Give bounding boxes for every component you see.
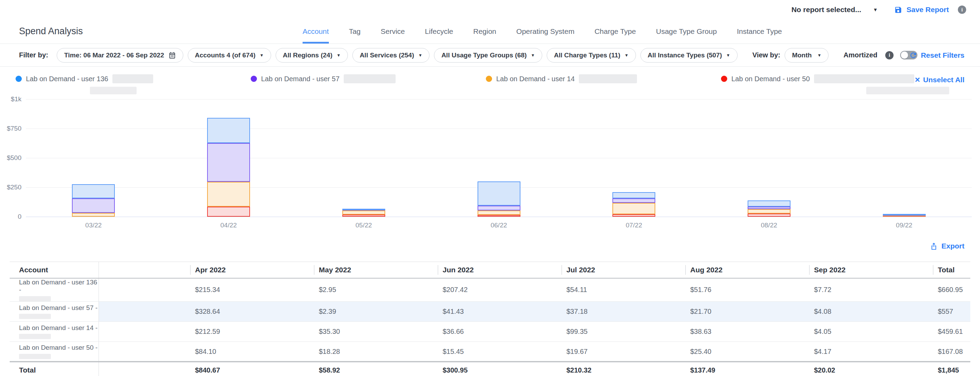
- unselect-all-button[interactable]: ✕ Unselect All: [915, 76, 964, 84]
- x-axis-tick-label: 06/22: [471, 222, 527, 229]
- filter-pill-all-services[interactable]: All Services (254)▼: [352, 48, 430, 63]
- tab-tag[interactable]: Tag: [349, 27, 361, 44]
- report-selector-value: No report selected...: [792, 6, 861, 14]
- y-axis-tick-label: 0: [0, 213, 21, 221]
- filter-pill-all-usage-type-groups[interactable]: All Usage Type Groups (68)▼: [434, 48, 542, 63]
- bar-segment-03-22-lab-on-demand-user-14[interactable]: [72, 213, 115, 217]
- filter-pill-all-instance-types[interactable]: All Instance Types (507)▼: [640, 48, 738, 63]
- redacted-text: [579, 74, 637, 83]
- view-by-label: View by:: [752, 51, 781, 59]
- filter-pill-accounts-4[interactable]: Accounts 4 (of 674)▼: [188, 48, 271, 63]
- column-header-jul-2022: Jul 2022: [562, 262, 686, 278]
- bar-segment-03-22-lab-on-demand-user-136[interactable]: [72, 184, 115, 198]
- info-icon[interactable]: i: [958, 6, 966, 14]
- x-axis-tick-label: 04/22: [201, 222, 256, 229]
- value-cell: $4.08: [809, 302, 933, 322]
- amortized-label: Amortized: [843, 51, 877, 59]
- report-selector-dropdown[interactable]: No report selected... ▼: [792, 6, 878, 14]
- value-cell: $19.67: [562, 342, 686, 362]
- value-cell: $21.70: [686, 302, 809, 322]
- value-cell: $660.95: [933, 278, 970, 302]
- total-value-cell: $840.67: [190, 362, 314, 376]
- bar-segment-07-22-lab-on-demand-user-50[interactable]: [612, 214, 655, 217]
- bar-segment-06-22-lab-on-demand-user-136[interactable]: [477, 181, 520, 206]
- bar-segment-04-22-lab-on-demand-user-136[interactable]: [207, 118, 250, 143]
- filter-pill-all-charge-types[interactable]: All Charge Types (11)▼: [547, 48, 636, 63]
- pill-label: Time: 06 Mar 2022 - 06 Sep 2022: [64, 51, 164, 59]
- redacted-text: [19, 314, 51, 319]
- tab-charge-type[interactable]: Charge Type: [595, 27, 636, 44]
- tab-account[interactable]: Account: [302, 27, 329, 44]
- save-icon: [894, 6, 902, 14]
- bar-segment-07-22-lab-on-demand-user-14[interactable]: [612, 203, 655, 214]
- legend-item-lab-on-demand-user-57[interactable]: Lab on Demand - user 57: [251, 74, 396, 83]
- gridline-1000: [26, 99, 972, 100]
- bar-segment-08-22-lab-on-demand-user-14[interactable]: [748, 209, 791, 214]
- column-header-total: Total: [933, 262, 970, 278]
- tab-lifecycle[interactable]: Lifecycle: [425, 27, 453, 44]
- tab-region[interactable]: Region: [473, 27, 496, 44]
- bar-segment-08-22-lab-on-demand-user-57[interactable]: [748, 207, 791, 209]
- bar-segment-08-22-lab-on-demand-user-50[interactable]: [748, 214, 791, 217]
- bar-segment-03-22-lab-on-demand-user-57[interactable]: [72, 198, 115, 213]
- bar-segment-06-22-lab-on-demand-user-57[interactable]: [477, 206, 520, 211]
- bar-segment-05-22-lab-on-demand-user-136[interactable]: [342, 209, 385, 210]
- legend-item-lab-on-demand-user-50[interactable]: Lab on Demand - user 50: [721, 74, 914, 83]
- redacted-text: [814, 74, 914, 83]
- bar-segment-06-22-lab-on-demand-user-14[interactable]: [477, 211, 520, 214]
- bar-segment-08-22-lab-on-demand-user-136[interactable]: [748, 200, 791, 207]
- x-axis-tick-label: 05/22: [336, 222, 391, 229]
- pill-label: All Regions (24): [283, 51, 332, 59]
- table-header: AccountApr 2022May 2022Jun 2022Jul 2022A…: [10, 262, 970, 278]
- x-axis-tick-label: 08/22: [741, 222, 797, 229]
- value-cell: $18.28: [314, 342, 438, 362]
- filter-pill-time-06-mar-2022-06-sep-2022[interactable]: Time: 06 Mar 2022 - 06 Sep 2022: [57, 48, 183, 63]
- legend-label: Lab on Demand - user 50: [731, 75, 810, 83]
- title-tab-bar: Spend Analysis AccountTagServiceLifecycl…: [0, 19, 980, 44]
- chevron-down-icon: ▼: [726, 53, 730, 58]
- total-value-cell: $210.32: [562, 362, 686, 376]
- save-report-label: Save Report: [906, 6, 949, 14]
- account-cell: Lab on Demand - user 57 -: [10, 302, 99, 322]
- reset-filters-label: Reset Filters: [921, 51, 964, 59]
- legend-dot-icon: [251, 76, 257, 82]
- value-cell: $4.05: [809, 322, 933, 342]
- value-cell: $54.11: [562, 278, 686, 302]
- value-cell: $207.42: [438, 278, 562, 302]
- bar-segment-07-22-lab-on-demand-user-136[interactable]: [612, 192, 655, 198]
- cell-spacer: [99, 302, 190, 322]
- bar-segment-05-22-lab-on-demand-user-50[interactable]: [342, 214, 385, 217]
- reset-filters-button[interactable]: Reset Filters: [909, 51, 964, 59]
- bar-segment-05-22-lab-on-demand-user-14[interactable]: [342, 211, 385, 214]
- account-cell: Lab on Demand - user 136 -: [10, 278, 99, 302]
- legend-item-lab-on-demand-user-136[interactable]: Lab on Demand - user 136: [16, 74, 153, 83]
- legend-dot-icon: [16, 76, 22, 82]
- spend-table-wrap: AccountApr 2022May 2022Jun 2022Jul 2022A…: [10, 262, 970, 376]
- save-report-button[interactable]: Save Report: [894, 6, 949, 14]
- view-by-select[interactable]: Month ▼: [784, 48, 829, 63]
- export-button[interactable]: Export: [930, 242, 964, 250]
- amortized-info-icon[interactable]: i: [885, 51, 894, 59]
- tab-service[interactable]: Service: [381, 27, 405, 44]
- tab-usage-type-group[interactable]: Usage Type Group: [656, 27, 717, 44]
- bar-segment-06-22-lab-on-demand-user-50[interactable]: [477, 215, 520, 217]
- toggle-knob: [901, 51, 908, 59]
- table-row: Lab on Demand - user 136 -$215.34$2.95$2…: [10, 278, 970, 302]
- bar-segment-09-22-lab-on-demand-user-136[interactable]: [883, 214, 926, 215]
- tab-instance-type[interactable]: Instance Type: [737, 27, 782, 44]
- account-cell: Lab on Demand - user 14 -: [10, 322, 99, 342]
- table-row: Lab on Demand - user 50 -$84.10$18.28$15…: [10, 342, 970, 362]
- tab-operating-system[interactable]: Operating System: [516, 27, 574, 44]
- close-icon: ✕: [915, 76, 921, 84]
- value-cell: $212.59: [190, 322, 314, 342]
- bar-segment-04-22-lab-on-demand-user-57[interactable]: [207, 143, 250, 182]
- legend-item-lab-on-demand-user-14[interactable]: Lab on Demand - user 14: [486, 74, 637, 83]
- value-cell: $4.17: [809, 342, 933, 362]
- filter-pills: Time: 06 Mar 2022 - 06 Sep 2022Accounts …: [57, 48, 737, 63]
- filter-pill-all-regions[interactable]: All Regions (24)▼: [275, 48, 348, 63]
- bar-segment-04-22-lab-on-demand-user-14[interactable]: [207, 182, 250, 207]
- bar-segment-07-22-lab-on-demand-user-57[interactable]: [612, 198, 655, 203]
- table-row: Lab on Demand - user 57 -$328.64$2.39$41…: [10, 302, 970, 322]
- bar-segment-04-22-lab-on-demand-user-50[interactable]: [207, 207, 250, 217]
- pill-label: All Usage Type Groups (68): [441, 51, 527, 59]
